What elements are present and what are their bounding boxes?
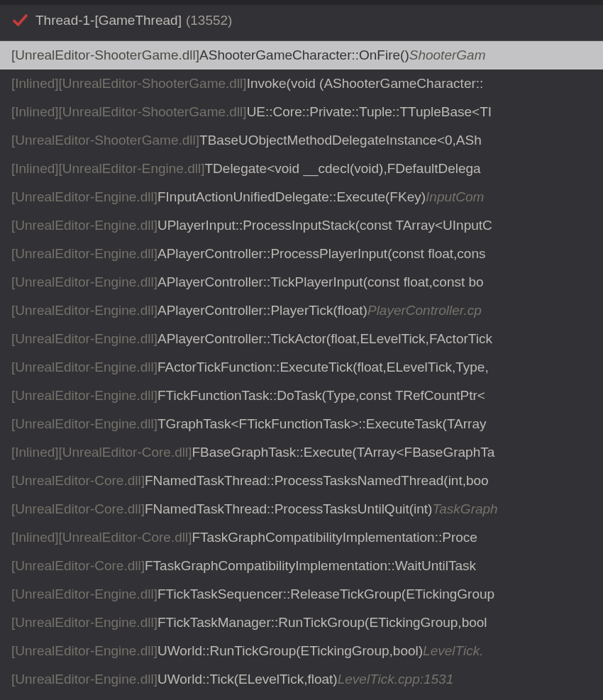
frame-module: [UnrealEditor-Engine.dll]: [11, 211, 157, 240]
stack-frame[interactable]: [UnrealEditor-ShooterGame.dll] TBaseUObj…: [0, 126, 603, 155]
frame-function: Invoke(void (AShooterGameCharacter::: [247, 70, 484, 98]
frame-function: AShooterGameCharacter::OnFire(): [199, 41, 409, 70]
frame-module: [UnrealEditor-Engine.dll]: [11, 325, 157, 353]
stack-frame[interactable]: [Inlined] [UnrealEditor-Core.dll] FBaseG…: [0, 438, 603, 467]
frame-function: UWorld::Tick(ELevelTick,float): [157, 665, 338, 694]
tab-strip: [0, 0, 603, 5]
stack-frame[interactable]: [UnrealEditor-Core.dll] FNamedTaskThread…: [0, 495, 603, 523]
frame-function: FNamedTaskThread::ProcessTasksNamedThrea…: [145, 467, 489, 495]
frame-module: [UnrealEditor-ShooterGame.dll]: [11, 41, 199, 70]
frame-source: LevelTick.cpp:1531: [338, 665, 454, 694]
frame-module: [UnrealEditor-ShooterGame.dll]: [59, 98, 247, 126]
frame-module: [UnrealEditor-Engine.dll]: [11, 382, 157, 410]
frame-module: [UnrealEditor-ShooterGame.dll]: [59, 70, 247, 98]
check-icon: [11, 12, 28, 29]
frame-function: FActorTickFunction::ExecuteTick(float,EL…: [157, 353, 489, 382]
stack-frame[interactable]: [UnrealEditor-Engine.dll] UWorld::RunTic…: [0, 637, 603, 665]
stack-frame[interactable]: [Inlined] [UnrealEditor-Core.dll] FTaskG…: [0, 523, 603, 552]
frame-function: FTickTaskSequencer::ReleaseTickGroup(ETi…: [157, 580, 494, 609]
frame-function: FNamedTaskThread::ProcessTasksUntilQuit(…: [145, 495, 432, 523]
inlined-tag: [Inlined]: [11, 438, 59, 467]
frame-function: TDelegate<void __cdecl(void),FDefaultDel…: [205, 155, 481, 183]
stack-frame[interactable]: [UnrealEditor-Engine.dll] FInputActionUn…: [0, 183, 603, 211]
stack-frame[interactable]: [UnrealEditor-Engine.dll] UPlayerInput::…: [0, 211, 603, 240]
frame-module: [UnrealEditor-Engine.dll]: [11, 580, 157, 609]
stack-frame[interactable]: [Inlined] [UnrealEditor-Engine.dll] TDel…: [0, 155, 603, 183]
frame-module: [UnrealEditor-Engine.dll]: [11, 609, 157, 637]
frame-module: [UnrealEditor-Engine.dll]: [59, 155, 205, 183]
frame-source: InputCom: [426, 183, 484, 211]
stack-frame[interactable]: [UnrealEditor-Engine.dll] APlayerControl…: [0, 240, 603, 268]
frame-module: [UnrealEditor-Engine.dll]: [11, 665, 157, 694]
inlined-tag: [Inlined]: [11, 155, 59, 183]
stack-frame[interactable]: [UnrealEditor-Engine.dll] UWorld::Tick(E…: [0, 665, 603, 694]
frame-function: FTickFunctionTask::DoTask(Type,const TRe…: [157, 382, 485, 410]
frame-function: APlayerController::TickPlayerInput(const…: [157, 268, 484, 296]
frame-module: [UnrealEditor-Core.dll]: [11, 467, 145, 495]
frame-function: UPlayerInput::ProcessInputStack(const TA…: [157, 211, 492, 240]
frame-source: PlayerController.cp: [367, 296, 482, 325]
frame-function: APlayerController::PlayerTick(float): [157, 296, 367, 325]
thread-name: Thread-1-[GameThread]: [35, 13, 182, 28]
frame-function: TGraphTask<FTickFunctionTask>::ExecuteTa…: [157, 410, 487, 438]
stack-frame[interactable]: [UnrealEditor-Engine.dll] APlayerControl…: [0, 325, 603, 353]
frame-module: [UnrealEditor-Engine.dll]: [11, 637, 157, 665]
stack-frame[interactable]: [UnrealEditor-Engine.dll] APlayerControl…: [0, 268, 603, 296]
frame-module: [UnrealEditor-Engine.dll]: [11, 268, 157, 296]
frame-module: [UnrealEditor-Core.dll]: [11, 495, 145, 523]
stack-frame[interactable]: [UnrealEditor-Engine.dll] FTickTaskSeque…: [0, 580, 603, 609]
frame-module: [UnrealEditor-Core.dll]: [59, 523, 192, 552]
frame-function: APlayerController::TickActor(float,ELeve…: [157, 325, 492, 353]
frame-module: [UnrealEditor-Engine.dll]: [11, 296, 157, 325]
inlined-tag: [Inlined]: [11, 70, 59, 98]
stack-frame[interactable]: [UnrealEditor-Core.dll] FTaskGraphCompat…: [0, 552, 603, 580]
frame-function: FTaskGraphCompatibilityImplementation::P…: [192, 523, 477, 552]
thread-header[interactable]: Thread-1-[GameThread] (13552): [0, 0, 603, 41]
stack-frame[interactable]: [UnrealEditor-Engine.dll] FActorTickFunc…: [0, 353, 603, 382]
stack-frame[interactable]: [UnrealEditor-Core.dll] FNamedTaskThread…: [0, 467, 603, 495]
callstack-list: [UnrealEditor-ShooterGame.dll] AShooterG…: [0, 41, 603, 694]
frame-function: FInputActionUnifiedDelegate::Execute(FKe…: [157, 183, 426, 211]
inlined-tag: [Inlined]: [11, 98, 59, 126]
inlined-tag: [Inlined]: [11, 523, 59, 552]
frame-module: [UnrealEditor-Core.dll]: [59, 438, 192, 467]
frame-function: TBaseUObjectMethodDelegateInstance<0,ASh: [199, 126, 482, 155]
stack-frame[interactable]: [UnrealEditor-Engine.dll] APlayerControl…: [0, 296, 603, 325]
frame-module: [UnrealEditor-Engine.dll]: [11, 353, 157, 382]
stack-frame[interactable]: [Inlined] [UnrealEditor-ShooterGame.dll]…: [0, 98, 603, 126]
frame-function: FTaskGraphCompatibilityImplementation::W…: [145, 552, 476, 580]
thread-id: (13552): [186, 13, 233, 28]
stack-frame[interactable]: [UnrealEditor-Engine.dll] FTickFunctionT…: [0, 382, 603, 410]
frame-source: ShooterGam: [409, 41, 486, 70]
frame-function: APlayerController::ProcessPlayerInput(co…: [157, 240, 486, 268]
frame-module: [UnrealEditor-Engine.dll]: [11, 410, 157, 438]
frame-function: UE::Core::Private::Tuple::TTupleBase<TI: [247, 98, 492, 126]
stack-frame[interactable]: [UnrealEditor-Engine.dll] FTickTaskManag…: [0, 609, 603, 637]
frame-function: FTickTaskManager::RunTickGroup(ETickingG…: [157, 609, 487, 637]
frame-module: [UnrealEditor-ShooterGame.dll]: [11, 126, 199, 155]
stack-frame[interactable]: [UnrealEditor-ShooterGame.dll] AShooterG…: [0, 41, 603, 70]
frame-source: TaskGraph: [432, 495, 497, 523]
frame-function: FBaseGraphTask::Execute(TArray<FBaseGrap…: [192, 438, 495, 467]
stack-frame[interactable]: [UnrealEditor-Engine.dll] TGraphTask<FTi…: [0, 410, 603, 438]
frame-function: UWorld::RunTickGroup(ETickingGroup,bool): [157, 637, 423, 665]
frame-module: [UnrealEditor-Engine.dll]: [11, 183, 157, 211]
frame-module: [UnrealEditor-Core.dll]: [11, 552, 145, 580]
stack-frame[interactable]: [Inlined] [UnrealEditor-ShooterGame.dll]…: [0, 70, 603, 98]
frame-module: [UnrealEditor-Engine.dll]: [11, 240, 157, 268]
frame-source: LevelTick.: [423, 637, 483, 665]
